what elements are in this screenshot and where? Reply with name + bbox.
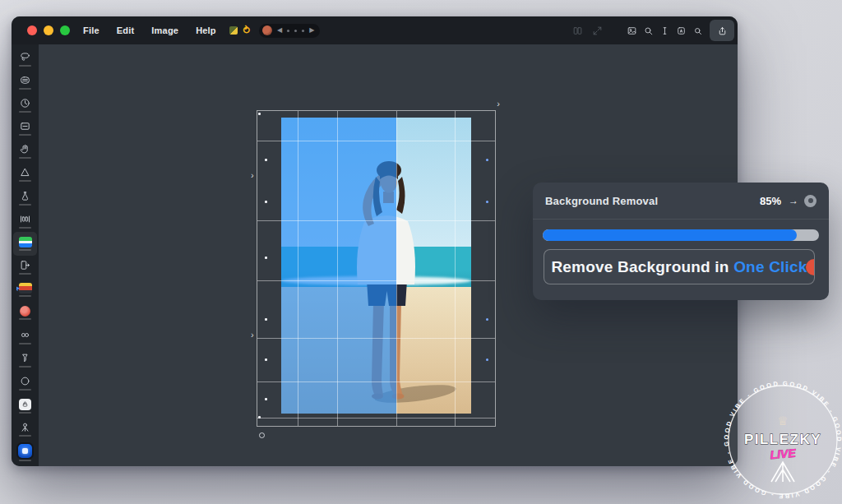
grid-marker-blue (486, 201, 488, 203)
ink-flask-icon (19, 190, 31, 202)
tool-layers[interactable] (13, 70, 37, 93)
tool-filter-funnel[interactable] (13, 348, 37, 371)
shortcut-badge-icon[interactable] (673, 23, 688, 38)
tool-link[interactable] (13, 325, 37, 348)
tool-label (19, 389, 31, 391)
watermark-logo-mark (771, 462, 794, 482)
button-text-accent: One Click (733, 258, 807, 275)
color-swatch-icon[interactable] (229, 26, 238, 35)
grid-marker (265, 318, 267, 321)
artboard-person-icon (19, 421, 31, 433)
tool-frame[interactable] (13, 117, 37, 140)
columns-icon[interactable] (570, 23, 585, 38)
tool-label (19, 111, 31, 113)
tool-lock[interactable] (13, 395, 37, 418)
tool-label (19, 435, 31, 437)
tool-record[interactable] (13, 302, 37, 325)
grid-marker-blue (486, 159, 488, 161)
tool-label (19, 460, 31, 461)
panel-title: Background Removal (545, 195, 658, 207)
background-removal-panel: Background Removal 85% → Remove Backgrou… (533, 183, 829, 300)
tool-sidebar (12, 44, 39, 466)
menu-image[interactable]: Image (151, 25, 178, 35)
triangle-shape-icon (19, 166, 31, 178)
tool-lasso[interactable] (13, 47, 37, 70)
window-controls (27, 25, 70, 35)
remove-background-button[interactable]: Remove Background in One Click (544, 249, 815, 284)
grid-marker-blue (486, 318, 488, 321)
grid-rotate-handle[interactable] (259, 432, 265, 438)
grid-marker-blue (486, 358, 488, 361)
link-icon (19, 329, 31, 341)
image-icon[interactable] (624, 23, 639, 38)
grid-corner-marker (258, 416, 261, 418)
zoom-button[interactable] (60, 25, 70, 35)
canvas-image[interactable] (281, 118, 471, 414)
arrow-right-icon: → (789, 195, 798, 206)
zoom-icon[interactable] (690, 23, 705, 38)
tool-artboard-person[interactable] (13, 418, 37, 441)
grid-handle-left-chevron[interactable]: › (251, 171, 254, 180)
lock-icon (19, 399, 31, 410)
history-icon (19, 97, 31, 109)
crown-icon: ♕ (777, 414, 788, 428)
nav-dot (302, 30, 304, 32)
tool-label (19, 249, 31, 251)
menu-help[interactable]: Help (196, 25, 216, 35)
close-button[interactable] (27, 25, 37, 35)
quick-actions: ⥁ (229, 25, 250, 35)
grid-marker (265, 159, 267, 161)
chevron-left-icon[interactable]: ◀ (277, 27, 282, 34)
tool-label (19, 318, 31, 320)
info-badge-button[interactable] (804, 195, 817, 207)
menu-file[interactable]: File (83, 25, 99, 35)
tool-label (19, 273, 31, 275)
progress-bar (543, 229, 819, 241)
menu-bar: File Edit Image Help (83, 25, 216, 35)
chevron-right-icon[interactable]: ▶ (309, 27, 314, 34)
tool-label (19, 180, 31, 182)
grid-marker (265, 201, 267, 203)
tool-ellipse[interactable] (13, 371, 37, 394)
panel-header: Background Removal 85% → (533, 183, 829, 220)
tool-label (19, 157, 31, 159)
tool-hand[interactable] (13, 140, 37, 163)
grid-marker (265, 358, 267, 361)
tool-label (19, 65, 31, 67)
share-button[interactable] (710, 20, 734, 41)
hand-icon (19, 143, 31, 155)
tool-history[interactable] (13, 93, 37, 116)
minimize-button[interactable] (44, 25, 53, 35)
tool-label (19, 227, 31, 229)
tool-export-door[interactable] (13, 256, 37, 279)
tool-adjustments[interactable] (13, 279, 37, 302)
progress-fill (543, 229, 797, 241)
tool-ink-flask[interactable] (13, 186, 37, 209)
menu-edit[interactable]: Edit (117, 25, 135, 35)
back-orb-icon[interactable] (262, 25, 272, 35)
grid-handle-left-chevron[interactable]: › (251, 331, 254, 340)
app-badge-icon (18, 444, 32, 458)
tool-panorama[interactable] (13, 209, 37, 232)
tool-label (19, 295, 31, 297)
search-icon[interactable] (641, 23, 655, 38)
ellipse-icon (19, 375, 31, 387)
tool-label (19, 88, 31, 90)
tool-label (19, 412, 31, 414)
grid-handle-top-right-chevron[interactable]: › (497, 99, 500, 109)
tool-label (19, 366, 31, 368)
desktop: File Edit Image Help ⥁ ◀ ▶ (0, 0, 842, 504)
grid-corner-marker (258, 113, 261, 115)
adjustments-icon (19, 283, 32, 294)
tool-label (19, 134, 31, 136)
tool-background-removal[interactable] (13, 232, 37, 255)
share-icon (717, 25, 728, 36)
undo-flame-icon[interactable]: ⥁ (243, 25, 250, 35)
expand-icon[interactable] (590, 23, 604, 38)
tool-triangle-shape[interactable] (13, 163, 37, 186)
text-cursor-icon[interactable] (657, 23, 672, 38)
layers-icon (19, 74, 31, 86)
nav-dot (294, 30, 297, 32)
titlebar: File Edit Image Help ⥁ ◀ ▶ (12, 16, 738, 44)
tool-app-badge[interactable] (13, 441, 37, 464)
